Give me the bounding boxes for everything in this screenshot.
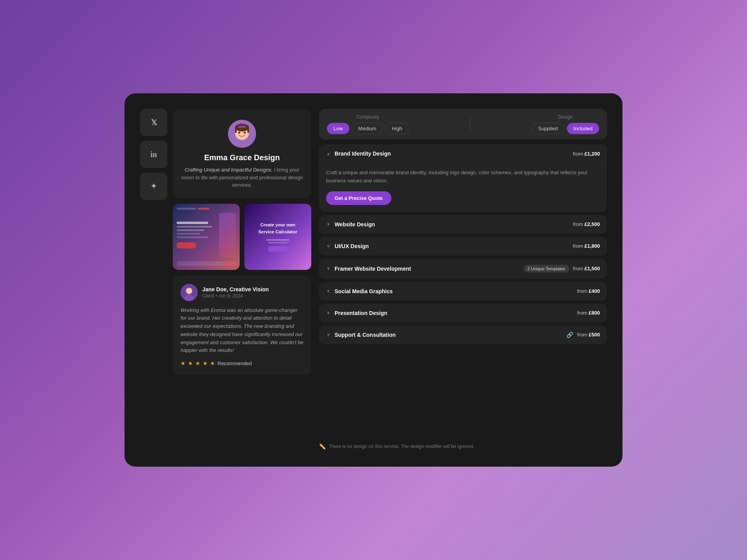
svg-point-9	[186, 288, 192, 294]
design-included-pill[interactable]: Included	[567, 123, 599, 134]
testimonial-avatar	[181, 284, 198, 301]
linkedin-button[interactable]: in	[140, 141, 167, 168]
service-uiux-title: UI/UX Design	[335, 243, 369, 249]
recommended-label: Recommended	[217, 360, 252, 366]
testimonial-name: Jane Doe, Creative Vision	[202, 286, 269, 292]
chevron-down-icon: ▼	[326, 222, 331, 227]
testimonial-header: Jane Doe, Creative Vision Client • Jun 8…	[181, 284, 303, 301]
service-uiux-left: ▼ UI/UX Design	[326, 243, 369, 249]
testimonial-role: Client	[202, 293, 214, 299]
service-website-design-header[interactable]: ▼ Website Design from £2,500	[319, 215, 607, 234]
complexity-medium-pill[interactable]: Medium	[352, 123, 383, 134]
sparkle-button[interactable]: ✦	[140, 173, 167, 200]
service-social-graphics: ▼ Social Media Graphics from £400	[319, 282, 607, 301]
star-1: ★	[181, 360, 186, 366]
service-social-graphics-right: from £400	[577, 288, 600, 294]
chevron-down-icon-5: ▼	[326, 310, 331, 316]
social-sidebar: 𝕏 in ✦	[140, 109, 167, 451]
service-framer-header[interactable]: ▼ Framer Website Development 2 Unique Te…	[319, 259, 607, 279]
portfolio-item-1[interactable]	[173, 204, 240, 270]
device-frame: 𝕏 in ✦	[124, 93, 622, 467]
service-brand-identity-header[interactable]: ▲ Brand Identity Design from £1,200	[319, 144, 607, 163]
service-support-left: ▼ Support & Consultation	[326, 332, 396, 338]
avatar-illustration	[228, 120, 256, 148]
stars-row: ★ ★ ★ ★ ★ Recommended	[181, 360, 303, 366]
testimonial-text: Working with Emma was an absolute game-c…	[181, 306, 303, 355]
svg-rect-7	[238, 126, 246, 128]
pencil-icon: ✏️	[319, 443, 326, 450]
testimonial-meta: Client • Jun 8, 2024	[202, 293, 269, 299]
design-pills: Supplied Included	[531, 123, 599, 134]
portfolio-mockup-1	[173, 204, 240, 270]
star-2: ★	[188, 360, 193, 366]
complexity-filter-group: Complexity Low Medium High	[327, 114, 409, 134]
service-framer-title: Framer Website Development	[335, 266, 411, 272]
chevron-down-icon-2: ▼	[326, 243, 331, 249]
portfolio-item-2[interactable]: Create your own Service Calculator	[244, 204, 311, 270]
service-website-design: ▼ Website Design from £2,500	[319, 215, 607, 234]
service-presentation-right: from £800	[577, 310, 600, 316]
chevron-up-icon: ▲	[326, 151, 331, 156]
service-social-graphics-price: from £400	[577, 288, 600, 294]
design-notice-text: There is no design on this service. The …	[329, 444, 474, 449]
service-uiux-right: from £1,800	[573, 243, 600, 249]
chevron-down-icon-4: ▼	[326, 289, 331, 294]
service-brand-identity-title: Brand Identity Design	[335, 150, 391, 157]
svg-point-5	[238, 132, 240, 134]
service-social-graphics-header[interactable]: ▼ Social Media Graphics from £400	[319, 282, 607, 301]
profile-tagline-italic: Crafting Unique and Impactful Designs.	[185, 167, 273, 173]
service-support-header[interactable]: ▼ Support & Consultation 🔗 from £500	[319, 326, 607, 344]
filter-divider	[470, 117, 470, 132]
design-notice: ✏️ There is no design on this service. T…	[319, 442, 607, 451]
service-social-graphics-title: Social Media Graphics	[335, 288, 393, 294]
portfolio-text-line1: Create your own	[258, 222, 297, 228]
profile-name: Emma Grace Design	[204, 153, 280, 162]
service-support-right: 🔗 from £500	[566, 332, 600, 338]
service-framer-price: from £1,500	[573, 266, 600, 271]
design-label: Design	[558, 114, 572, 120]
service-brand-identity-expanded: Craft a unique and memorable brand ident…	[319, 163, 607, 212]
service-uiux-price: from £1,800	[573, 243, 600, 249]
service-uiux-header[interactable]: ▼ UI/UX Design from £1,800	[319, 237, 607, 256]
portfolio-mockup-2: Create your own Service Calculator	[244, 204, 311, 270]
service-website-design-right: from £2,500	[573, 221, 600, 227]
service-framer-left: ▼ Framer Website Development	[326, 266, 411, 272]
profile-description: Crafting Unique and Impactful Designs. I…	[181, 166, 303, 189]
main-left-content: Emma Grace Design Crafting Unique and Im…	[173, 109, 311, 451]
twitter-icon: 𝕏	[151, 118, 157, 127]
testimonial-card: Jane Doe, Creative Vision Client • Jun 8…	[173, 275, 311, 375]
linkedin-icon: in	[151, 150, 157, 159]
star-3: ★	[195, 360, 200, 366]
service-support: ▼ Support & Consultation 🔗 from £500	[319, 326, 607, 344]
service-presentation-title: Presentation Design	[335, 310, 387, 316]
service-presentation-price: from £800	[577, 310, 600, 316]
service-brand-identity-price: from £1,200	[573, 151, 600, 157]
portfolio-grid: Create your own Service Calculator	[173, 204, 311, 270]
link-icon: 🔗	[566, 332, 573, 338]
design-supplied-pill[interactable]: Supplied	[531, 123, 565, 134]
testimonial-info: Jane Doe, Creative Vision Client • Jun 8…	[202, 286, 269, 299]
left-column: 𝕏 in ✦	[140, 109, 311, 451]
framer-badge: 2 Unique Templates	[524, 265, 569, 273]
complexity-low-pill[interactable]: Low	[327, 123, 349, 134]
complexity-pills: Low Medium High	[327, 123, 409, 134]
service-framer: ▼ Framer Website Development 2 Unique Te…	[319, 259, 607, 279]
complexity-high-pill[interactable]: High	[385, 123, 409, 134]
svg-rect-3	[235, 128, 237, 133]
service-brand-identity: ▲ Brand Identity Design from £1,200 Craf…	[319, 144, 607, 212]
service-uiux: ▼ UI/UX Design from £1,800	[319, 237, 607, 256]
service-website-design-title: Website Design	[335, 221, 375, 228]
service-presentation-header[interactable]: ▼ Presentation Design from £800	[319, 304, 607, 322]
service-brand-identity-left: ▲ Brand Identity Design	[326, 150, 391, 157]
service-support-price: from £500	[577, 332, 600, 338]
svg-point-10	[184, 295, 194, 301]
service-presentation: ▼ Presentation Design from £800	[319, 304, 607, 322]
get-quote-button[interactable]: Get a Precise Quote	[326, 191, 391, 205]
twitter-button[interactable]: 𝕏	[140, 109, 167, 136]
service-website-design-price: from £2,500	[573, 221, 600, 227]
service-framer-right: 2 Unique Templates from £1,500	[524, 265, 600, 273]
service-social-graphics-left: ▼ Social Media Graphics	[326, 288, 393, 294]
profile-card: Emma Grace Design Crafting Unique and Im…	[173, 109, 311, 198]
service-support-title: Support & Consultation	[335, 332, 396, 338]
right-column: Complexity Low Medium High Design Suppli…	[319, 109, 607, 451]
